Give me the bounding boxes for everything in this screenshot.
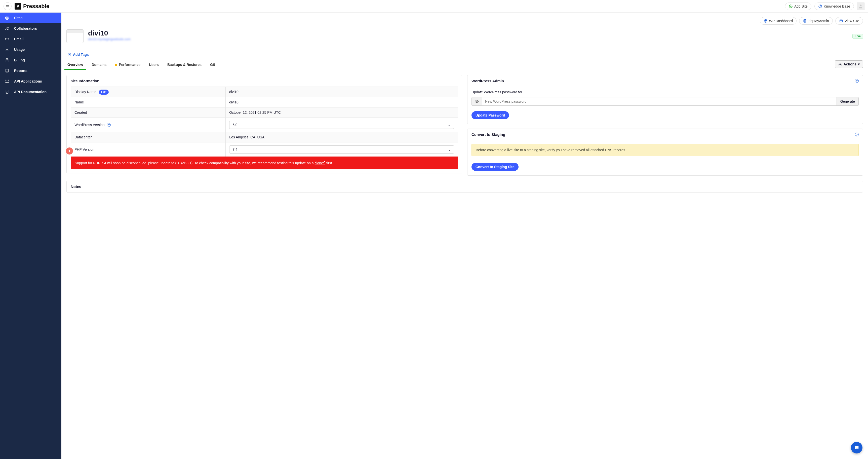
alert-text-pre: Support for PHP 7.4 will soon be discont… — [75, 161, 315, 165]
sidebar-item-label: Collaborators — [14, 26, 37, 30]
sidebar-item-collaborators[interactable]: Collaborators — [0, 23, 61, 34]
help-icon[interactable]: ? — [107, 123, 111, 127]
display-name-label: Display Name — [74, 90, 96, 94]
sidebar-item-label: Sites — [14, 16, 22, 20]
svg-rect-12 — [5, 38, 9, 40]
php-version-select[interactable]: 7.4 ⌄ — [229, 146, 454, 153]
site-url[interactable]: divi10.mystagingwebsite.com — [88, 37, 131, 41]
table-row: WordPress Version ? 6.0 ⌄ — [71, 118, 458, 132]
help-icon[interactable]: ? — [855, 79, 859, 83]
receipt-icon — [4, 58, 9, 63]
chat-icon — [854, 445, 860, 451]
sidebar-item-sites[interactable]: Sites — [0, 12, 61, 23]
alert-text-post: first. — [325, 161, 333, 165]
update-password-button[interactable]: Update Password — [471, 111, 509, 119]
external-link-icon: ⬈ — [323, 160, 325, 163]
brand-logo-icon: P — [14, 3, 21, 9]
sidebar-item-email[interactable]: Email — [0, 34, 61, 44]
edit-display-name-button[interactable]: Edit — [99, 90, 109, 95]
tab-git[interactable]: Git — [209, 60, 216, 70]
name-value: divi10 — [226, 97, 458, 108]
site-thumbnail — [66, 29, 84, 43]
table-row: Datacenter Los Angeles, CA, USA — [71, 132, 458, 143]
user-avatar[interactable] — [857, 2, 865, 10]
display-name-value: divi10 — [226, 87, 458, 97]
table-row: Created October 12, 2021 02:25 PM UTC — [71, 108, 458, 118]
chart-line-icon — [4, 47, 9, 52]
sidebar-item-label: Billing — [14, 58, 25, 62]
menu-toggle-button[interactable] — [3, 2, 11, 10]
intercom-chat-button[interactable] — [851, 442, 863, 454]
add-tags-button[interactable]: Add Tags — [67, 53, 863, 57]
wp-password-input[interactable] — [482, 97, 837, 106]
name-label: Name — [71, 97, 226, 108]
view-site-label: View Site — [845, 19, 859, 23]
view-site-button[interactable]: View Site — [835, 17, 863, 25]
svg-point-8 — [860, 4, 862, 6]
generate-password-button[interactable]: Generate — [837, 97, 859, 106]
datacenter-value: Los Angeles, CA, USA — [226, 132, 458, 143]
sidebar-item-billing[interactable]: Billing — [0, 55, 61, 65]
table-row: Name divi10 — [71, 97, 458, 108]
bar-chart-icon — [4, 68, 9, 73]
tab-users[interactable]: Users — [148, 60, 160, 70]
sidebar-item-label: Usage — [14, 48, 25, 52]
sidebar-item-label: Email — [14, 37, 23, 41]
eye-icon — [475, 99, 479, 103]
tab-backups[interactable]: Backups & Restores — [166, 60, 203, 70]
wp-admin-subtext: Update WordPress password for — [471, 90, 859, 94]
sidebar-item-usage[interactable]: Usage — [0, 44, 61, 55]
tab-overview[interactable]: Overview — [66, 60, 84, 70]
sidebar-item-label: API Applications — [14, 79, 42, 83]
add-tags-label: Add Tags — [73, 53, 89, 57]
tab-domains[interactable]: Domains — [91, 60, 107, 70]
chevron-down-icon: ⌄ — [448, 148, 451, 152]
wp-version-select[interactable]: 6.0 ⌄ — [229, 121, 454, 129]
phpmyadmin-button[interactable]: phpMyAdmin — [799, 17, 833, 25]
tab-label: Performance — [119, 63, 141, 67]
site-info-heading: Site Information — [67, 75, 462, 87]
svg-rect-30 — [840, 20, 843, 22]
svg-point-20 — [5, 80, 6, 81]
wordpress-icon — [4, 16, 9, 20]
php-version-label: PHP Version — [74, 148, 94, 152]
convert-staging-button[interactable]: Convert to Staging Site — [471, 163, 519, 171]
staging-warning: Before converting a live site to a stagi… — [471, 144, 859, 156]
sidebar-item-reports[interactable]: Reports — [0, 65, 61, 76]
svg-point-10 — [6, 27, 7, 28]
help-icon[interactable]: ? — [855, 133, 859, 136]
actions-dropdown-button[interactable]: Actions ▾ — [835, 60, 863, 68]
hamburger-icon — [5, 4, 9, 8]
brand-name: Pressable — [23, 3, 49, 9]
sidebar-item-api-docs[interactable]: API Documentation — [0, 87, 61, 97]
warning-dot-icon — [115, 64, 117, 66]
svg-point-22 — [5, 82, 6, 83]
datacenter-label: Datacenter — [71, 132, 226, 143]
status-badge: Live — [852, 34, 863, 39]
chevron-down-icon: ⌄ — [448, 123, 451, 127]
toggle-password-visibility[interactable] — [471, 97, 482, 106]
sidebar-item-label: API Documentation — [14, 90, 46, 94]
plus-square-icon — [67, 53, 71, 57]
notes-heading: Notes — [67, 181, 863, 192]
annotation-marker: 1 — [66, 148, 73, 154]
add-site-button[interactable]: Add Site — [785, 2, 811, 10]
table-row: Display Name Edit divi10 — [71, 87, 458, 97]
knowledge-base-button[interactable]: Knowledge Base — [814, 2, 854, 10]
svg-point-35 — [840, 64, 841, 65]
tab-performance[interactable]: Performance — [114, 60, 142, 70]
gear-icon — [838, 62, 842, 66]
api-icon — [4, 79, 9, 84]
sidebar-item-api-applications[interactable]: API Applications — [0, 76, 61, 87]
clone-link[interactable]: clone⬈ — [315, 161, 325, 165]
svg-point-11 — [7, 27, 8, 28]
php-deprecation-alert: Support for PHP 7.4 will soon be discont… — [71, 156, 458, 169]
wp-dashboard-button[interactable]: WP Dashboard — [760, 17, 797, 25]
actions-label: Actions — [844, 62, 857, 66]
brand[interactable]: P Pressable — [14, 3, 49, 9]
svg-point-29 — [804, 19, 806, 20]
phpmyadmin-label: phpMyAdmin — [808, 19, 829, 23]
staging-heading: Convert to Staging — [471, 132, 505, 136]
help-circle-icon — [818, 4, 822, 8]
table-row: 1 PHP Version 7.4 ⌄ — [71, 143, 458, 157]
